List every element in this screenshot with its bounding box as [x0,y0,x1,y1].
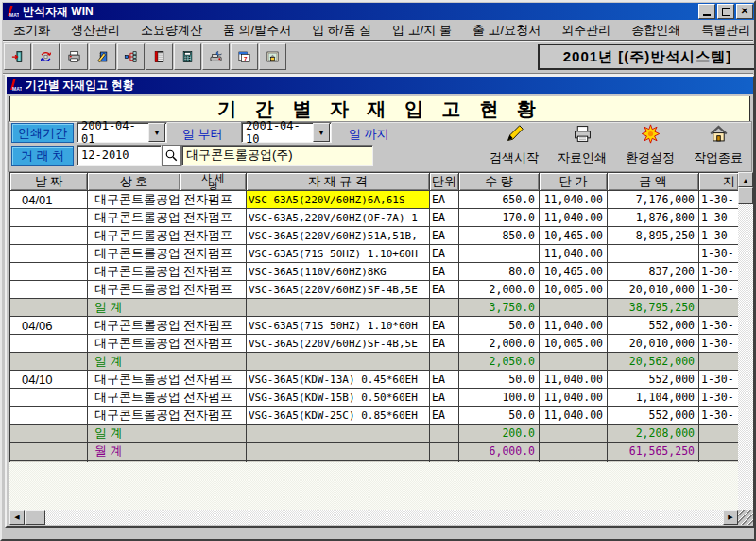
cell-c[interactable]: 대구콘트롤공업 [88,245,180,263]
horizontal-scroll-thumb[interactable] [25,510,45,525]
cell-d[interactable] [10,281,88,299]
cell-c[interactable]: 대구콘트롤공업 [88,389,180,407]
cell-s[interactable]: VSC-63A5(220V/60HZ)6A,61S [247,191,430,209]
menu-item-4[interactable]: 입 하/품 질 [301,20,382,41]
cell-u[interactable]: EA [430,263,459,281]
cell-s[interactable]: VSC-63A5,220V/60HZ(OF-7A) 1 [247,209,430,227]
menu-item-5[interactable]: 입 고/지 불 [382,20,462,41]
note-pen-icon[interactable] [89,43,116,70]
cell-i[interactable]: 전자펌프 [180,407,247,425]
chevron-down-icon[interactable]: ▼ [148,123,165,142]
cell-u[interactable]: EA [430,371,459,389]
resize-grip[interactable] [738,510,753,525]
cell-a[interactable]: 20,010,000 [608,335,699,353]
exit-door-icon[interactable] [4,43,31,70]
menu-item-3[interactable]: 품 의/발주서 [213,20,301,41]
vertical-scroll-thumb[interactable] [738,187,753,204]
restore-button[interactable] [717,4,734,19]
scroll-right-icon[interactable]: ▶ [723,510,738,525]
column-header-6[interactable]: 단 가 [540,173,608,191]
cell-i[interactable]: 전자펌프 [180,371,247,389]
menu-item-2[interactable]: 소요량계산 [130,20,213,41]
home-picture-icon[interactable] [259,43,286,70]
column-header-0[interactable]: 날 짜 [10,173,88,191]
ledger-icon[interactable] [146,43,173,70]
cell-q[interactable]: 50.0 [459,371,540,389]
menu-item-9[interactable]: 특별관리 [691,20,756,41]
cell-x[interactable]: 1-30- [699,281,739,299]
cell-a[interactable]: 20,010,000 [608,281,699,299]
calendar-icon[interactable]: 7 [231,43,258,70]
cell-i[interactable]: 전자펌프 [180,227,247,245]
cell-a[interactable]: 552,000 [608,317,699,335]
column-header-8[interactable]: 지 [699,173,739,191]
cell-q[interactable]: 80.0 [459,263,540,281]
cell-c[interactable]: 대구콘트롤공업 [88,227,180,245]
cell-a[interactable]: 1,876,800 [608,209,699,227]
cell-i[interactable]: 전자펌프 [180,389,247,407]
cell-i[interactable]: 전자펌프 [180,281,247,299]
cell-c[interactable]: 대구콘트롤공업 [88,263,180,281]
flowchart-icon[interactable] [117,43,145,70]
vendor-search-button[interactable] [162,145,181,166]
cell-d[interactable] [10,263,88,281]
cell-x[interactable]: 1-30- [699,389,739,407]
cell-a[interactable]: 7,176,000 [608,191,699,209]
column-header-7[interactable]: 금 액 [608,173,699,191]
cell-p[interactable]: 11,040.00 [540,407,608,425]
cell-u[interactable]: EA [430,245,459,263]
menu-item-8[interactable]: 종합인쇄 [621,20,691,41]
cell-a[interactable]: 8,895,250 [608,227,699,245]
menu-item-7[interactable]: 외주관리 [551,20,621,41]
cell-i[interactable]: 전자펌프 [180,209,247,227]
minimize-button[interactable] [698,4,715,19]
scroll-up-icon[interactable]: ▲ [738,172,753,187]
close-button[interactable]: ✕ [736,4,753,19]
cell-d[interactable]: 04/06 [10,317,88,335]
cell-x[interactable]: 1-30- [699,317,739,335]
cell-x[interactable]: 1-30- [699,263,739,281]
cell-c[interactable]: 대구콘트롤공업 [88,191,180,209]
cell-x[interactable]: 1-30- [699,191,739,209]
cell-c[interactable]: 대구콘트롤공업 [88,317,180,335]
menu-item-6[interactable]: 출 고/요청서 [462,20,551,41]
cell-a[interactable]: 552,000 [608,371,699,389]
cell-q[interactable]: 50.0 [459,407,540,425]
cell-x[interactable]: 1-30- [699,227,739,245]
cell-i[interactable]: 전자펌프 [180,191,247,209]
refresh-icon[interactable] [32,43,60,70]
cell-s[interactable]: VSC-36A5(220V/60HZ)SF-4B,5E [247,281,430,299]
cell-p[interactable]: 11,040.00 [540,389,608,407]
cell-q[interactable]: 2,000.0 [459,281,540,299]
cell-p[interactable]: 10,005.00 [540,335,608,353]
cell-s[interactable]: VSG-36A5(KDW-15B) 0.50*60EH [247,389,430,407]
cell-p[interactable]: 10,005.00 [540,281,608,299]
cell-s[interactable]: VSC-36A5(220V/60HZ)SF-4B,5E [247,335,430,353]
cell-x[interactable]: 1-30- [699,371,739,389]
column-header-1[interactable]: 상 호 [88,173,180,191]
cell-u[interactable]: EA [430,227,459,245]
column-header-3[interactable]: 자 재 규 격 [247,173,430,191]
cell-u[interactable]: EA [430,317,459,335]
column-header-2[interactable]: 사 세 명 [180,173,247,191]
action-pencil-button[interactable]: 검색시작 [484,124,544,167]
cell-p[interactable]: 11,040.00 [540,191,608,209]
cell-a[interactable] [608,245,699,263]
cell-u[interactable]: EA [430,191,459,209]
cell-s[interactable]: VSC-36A5(220V/60HZ)51A,51B, [247,227,430,245]
cell-x[interactable]: 1-30- [699,407,739,425]
cell-x[interactable]: 1-30- [699,335,739,353]
action-sunburst-button[interactable]: 환경설정 [620,124,680,167]
cell-u[interactable]: EA [430,281,459,299]
cell-i[interactable]: 전자펌프 [180,263,247,281]
cell-q[interactable]: 650.0 [459,191,540,209]
cell-i[interactable]: 전자펌프 [180,245,247,263]
cell-c[interactable]: 대구콘트롤공업 [88,407,180,425]
cell-s[interactable]: VSG-36A5(KDW-25C) 0.85*60EH [247,407,430,425]
horizontal-scrollbar[interactable]: ◀ ▶ [9,510,738,525]
column-header-4[interactable]: 단위 [430,173,459,191]
cell-c[interactable]: 대구콘트롤공업 [88,335,180,353]
cell-q[interactable]: 50.0 [459,317,540,335]
cell-q[interactable]: 170.0 [459,209,540,227]
cell-q[interactable]: 850.0 [459,227,540,245]
